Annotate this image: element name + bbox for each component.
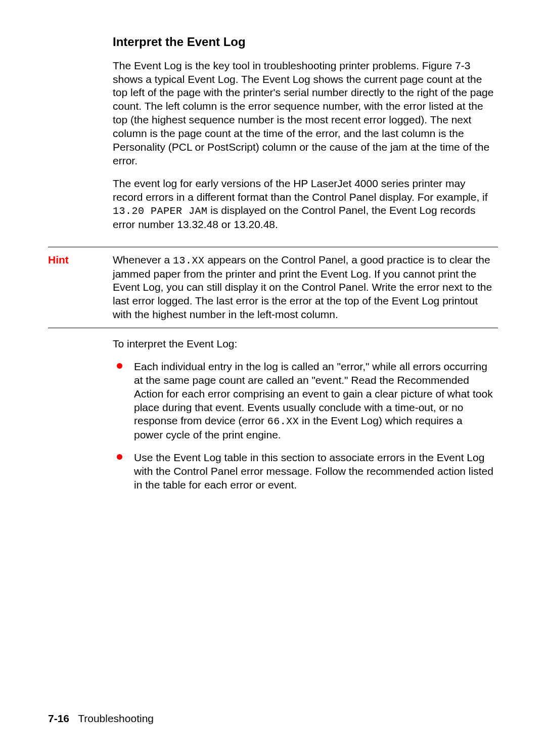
paragraph-2: The event log for early versions of the …: [113, 177, 494, 232]
hint-block: Hint Whenever a 13.XX appears on the Con…: [48, 247, 498, 328]
list-item: Use the Event Log table in this section …: [113, 451, 494, 492]
bullet2-text: Use the Event Log table in this section …: [134, 452, 493, 491]
section-name: Troubleshooting: [78, 713, 154, 724]
para2-code: 13.20 PAPER JAM: [113, 205, 208, 217]
bullet1-code: 66.XX: [267, 416, 299, 427]
hint-text-a: Whenever a: [113, 254, 173, 265]
hint-label: Hint: [48, 253, 113, 322]
bullet-list: Each individual entry in the log is call…: [113, 360, 494, 492]
section-heading: Interpret the Event Log: [113, 34, 498, 50]
page-content: Interpret the Event Log The Event Log is…: [0, 0, 546, 492]
hint-body: Whenever a 13.XX appears on the Control …: [113, 253, 494, 322]
hint-code: 13.XX: [173, 255, 205, 266]
list-intro: To interpret the Event Log:: [113, 337, 498, 351]
paragraph-1: The Event Log is the key tool in trouble…: [113, 59, 494, 168]
page-number: 7-16: [48, 713, 69, 724]
hint-row: Hint Whenever a 13.XX appears on the Con…: [48, 247, 498, 328]
footer-separator: [72, 713, 78, 724]
list-item: Each individual entry in the log is call…: [113, 360, 494, 442]
para2-text-a: The event log for early versions of the …: [113, 177, 488, 203]
page-footer: 7-16 Troubleshooting: [48, 712, 154, 726]
